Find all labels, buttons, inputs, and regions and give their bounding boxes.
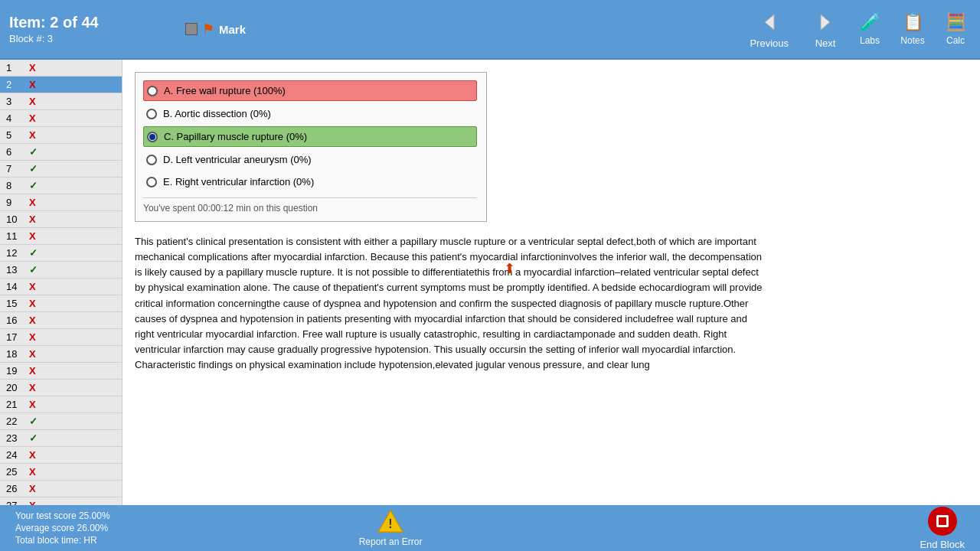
next-arrow-icon — [812, 10, 839, 34]
stop-icon-inner — [936, 515, 949, 527]
time-spent: You've spent 00:00:12 min on this questi… — [143, 197, 477, 214]
option-e-row[interactable]: E. Right ventricular infarction (0%) — [143, 172, 477, 191]
option-c-text: C. Papillary muscle rupture (0%) — [164, 131, 307, 142]
mark-area[interactable]: ⚑ Mark — [185, 21, 246, 37]
footer-score: Your test score 25.00% Average score 26.… — [15, 510, 110, 546]
labs-button[interactable]: 🧪 Labs — [854, 12, 885, 46]
svg-marker-1 — [821, 15, 830, 30]
sidebar-item-23[interactable]: 23 ✓ — [0, 430, 122, 447]
sidebar-item-15[interactable]: 15 X — [0, 295, 122, 312]
tools-area: 🧪 Labs 📋 Notes 🧮 Calc — [854, 12, 971, 46]
sidebar-item-25[interactable]: 25 X — [0, 464, 122, 481]
next-label: Next — [815, 37, 836, 49]
question-area: A. Free wall rupture (100%) B. Aortic di… — [122, 60, 980, 505]
sidebar-item-21[interactable]: 21 X — [0, 396, 122, 413]
footer: Your test score 25.00% Average score 26.… — [0, 505, 980, 551]
sidebar-item-24[interactable]: 24 X — [0, 447, 122, 464]
block-time: Total block time: HR — [15, 535, 110, 546]
option-e-text: E. Right ventricular infarction (0%) — [163, 176, 314, 187]
sidebar-item-27[interactable]: 27 X — [0, 497, 122, 505]
item-title: Item: 2 of 44 — [9, 14, 162, 31]
sidebar-item-26[interactable]: 26 X — [0, 481, 122, 497]
sidebar-item-8[interactable]: 8 ✓ — [0, 178, 122, 194]
option-a-row[interactable]: A. Free wall rupture (100%) — [143, 80, 477, 101]
sidebar-item-6[interactable]: 6 ✓ — [0, 144, 122, 161]
sidebar-item-10[interactable]: 10 X — [0, 211, 122, 228]
sidebar-item-1[interactable]: 1 X — [0, 60, 122, 77]
sidebar-item-3[interactable]: 3 X — [0, 93, 122, 110]
end-block-button[interactable]: End Block — [920, 507, 965, 550]
option-d-text: D. Left ventricular aneurysm (0%) — [163, 154, 312, 165]
sidebar-item-17[interactable]: 17 X — [0, 329, 122, 346]
option-b-radio — [146, 109, 157, 119]
stop-icon — [928, 507, 957, 536]
option-b-row[interactable]: B. Aortic dissection (0%) — [143, 104, 477, 123]
block-num: Block #: 3 — [9, 33, 162, 44]
nav-area: Previous Next — [750, 10, 839, 49]
test-score: Your test score 25.00% — [15, 510, 110, 521]
svg-text:!: ! — [388, 517, 392, 530]
sidebar-item-2[interactable]: 2 X — [0, 77, 122, 93]
options-box: A. Free wall rupture (100%) B. Aortic di… — [135, 72, 487, 222]
option-b-text: B. Aortic dissection (0%) — [163, 108, 271, 119]
avg-score: Average score 26.00% — [15, 523, 110, 533]
calc-icon: 🧮 — [946, 12, 966, 32]
sidebar-item-16[interactable]: 16 X — [0, 312, 122, 329]
prev-button[interactable]: Previous — [750, 10, 789, 49]
sidebar-item-4[interactable]: 4 X — [0, 110, 122, 127]
prev-arrow-icon — [756, 10, 783, 34]
option-d-radio — [146, 155, 157, 165]
header: Item: 2 of 44 Block #: 3 ⚑ Mark Previous… — [0, 0, 980, 60]
sidebar-item-5[interactable]: 5 X — [0, 127, 122, 144]
labs-icon: 🧪 — [860, 12, 880, 32]
sidebar-item-13[interactable]: 13 ✓ — [0, 262, 122, 279]
warning-icon: ! — [377, 509, 404, 533]
option-c-radio — [147, 132, 158, 142]
mark-checkbox[interactable] — [185, 23, 198, 35]
sidebar-item-12[interactable]: 12 ✓ — [0, 245, 122, 262]
report-error-button[interactable]: ! Report an Error — [359, 509, 423, 547]
option-e-radio — [146, 177, 157, 187]
labs-label: Labs — [860, 35, 880, 46]
main-content: 1 X2 X3 X4 X5 X6 ✓7 ✓8 ✓9 X10 X11 X12 ✓1… — [0, 60, 980, 505]
mark-label: Mark — [219, 23, 246, 36]
mark-flag-icon: ⚑ — [202, 21, 214, 37]
notes-icon: 📋 — [903, 12, 923, 32]
svg-marker-0 — [765, 15, 774, 30]
option-c-row[interactable]: C. Papillary muscle rupture (0%) — [143, 126, 477, 147]
sidebar: 1 X2 X3 X4 X5 X6 ✓7 ✓8 ✓9 X10 X11 X12 ✓1… — [0, 60, 122, 505]
sidebar-item-22[interactable]: 22 ✓ — [0, 413, 122, 430]
sidebar-item-19[interactable]: 19 X — [0, 363, 122, 380]
explanation-text: This patient's clinical presentation is … — [135, 234, 763, 373]
sidebar-item-18[interactable]: 18 X — [0, 346, 122, 363]
notes-button[interactable]: 📋 Notes — [897, 12, 928, 46]
option-a-radio — [147, 86, 158, 96]
sidebar-item-7[interactable]: 7 ✓ — [0, 161, 122, 178]
sidebar-item-20[interactable]: 20 X — [0, 380, 122, 396]
report-error-label: Report an Error — [359, 536, 423, 547]
header-left: Item: 2 of 44 Block #: 3 — [9, 14, 162, 44]
next-button[interactable]: Next — [812, 10, 839, 49]
option-a-text: A. Free wall rupture (100%) — [164, 85, 286, 96]
calc-button[interactable]: 🧮 Calc — [940, 12, 971, 46]
end-block-label: End Block — [920, 539, 965, 550]
notes-label: Notes — [900, 35, 924, 46]
sidebar-item-11[interactable]: 11 X — [0, 228, 122, 245]
sidebar-item-14[interactable]: 14 X — [0, 279, 122, 295]
prev-label: Previous — [750, 37, 789, 49]
calc-label: Calc — [946, 35, 965, 46]
sidebar-item-9[interactable]: 9 X — [0, 194, 122, 211]
option-d-row[interactable]: D. Left ventricular aneurysm (0%) — [143, 150, 477, 169]
